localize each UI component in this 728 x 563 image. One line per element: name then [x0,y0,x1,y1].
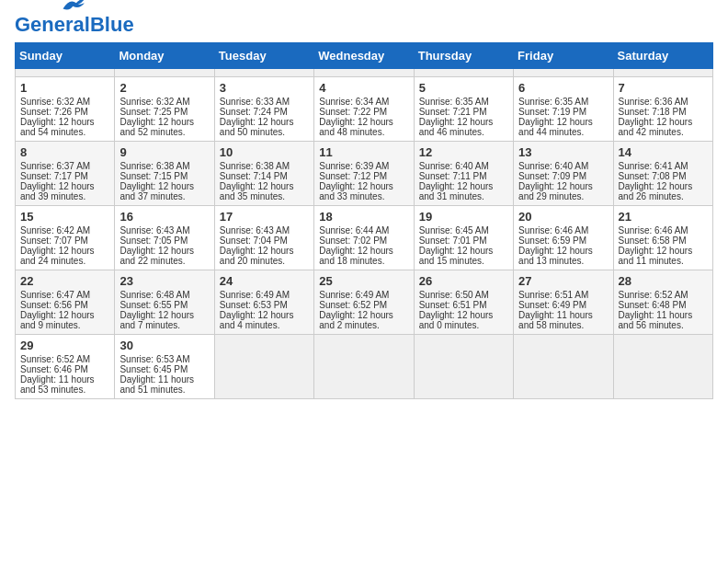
sunset-label: Sunset: 7:01 PM [419,236,487,246]
daylight-label: Daylight: 11 hours [619,310,693,320]
calendar-cell: 23Sunrise: 6:48 AMSunset: 6:55 PMDayligh… [115,270,214,335]
calendar-cell: 5Sunrise: 6:35 AMSunset: 7:21 PMDaylight… [414,77,513,142]
daylight-minutes: and 22 minutes. [119,256,185,266]
daylight-minutes: and 42 minutes. [619,127,684,137]
daylight-label: Daylight: 12 hours [319,310,393,320]
column-header-tuesday: Tuesday [214,43,313,69]
daylight-label: Daylight: 12 hours [419,181,494,191]
calendar-week-row: 29Sunrise: 6:52 AMSunset: 6:46 PMDayligh… [16,335,713,399]
calendar-cell: 27Sunrise: 6:51 AMSunset: 6:49 PMDayligh… [514,270,613,335]
daylight-minutes: and 39 minutes. [20,191,85,201]
daylight-label: Daylight: 12 hours [419,246,494,256]
sunset-label: Sunset: 7:17 PM [20,171,88,181]
sunrise-label: Sunrise: 6:52 AM [619,290,688,300]
sunrise-label: Sunrise: 6:33 AM [220,97,290,107]
calendar-cell: 2Sunrise: 6:32 AMSunset: 7:25 PMDaylight… [115,77,214,142]
calendar-cell: 15Sunrise: 6:42 AMSunset: 7:07 PMDayligh… [16,206,115,270]
daylight-minutes: and 33 minutes. [319,191,384,201]
daylight-minutes: and 18 minutes. [319,256,384,266]
daylight-label: Daylight: 12 hours [20,246,95,256]
daylight-label: Daylight: 12 hours [20,310,95,320]
daylight-label: Daylight: 12 hours [20,117,95,127]
sunset-label: Sunset: 6:55 PM [119,300,188,310]
calendar-cell: 14Sunrise: 6:41 AMSunset: 7:08 PMDayligh… [613,142,712,206]
calendar-cell: 19Sunrise: 6:45 AMSunset: 7:01 PMDayligh… [414,206,513,270]
calendar-cell: 6Sunrise: 6:35 AMSunset: 7:19 PMDaylight… [514,77,613,142]
calendar-cell: 18Sunrise: 6:44 AMSunset: 7:02 PMDayligh… [314,206,414,270]
sunrise-label: Sunrise: 6:37 AM [20,161,90,171]
column-header-friday: Friday [514,43,613,69]
daylight-label: Daylight: 12 hours [419,117,494,127]
calendar-cell [414,69,513,77]
calendar-cell [514,335,613,399]
sunset-label: Sunset: 7:15 PM [119,171,188,181]
sunset-label: Sunset: 7:11 PM [419,171,487,181]
daylight-label: Daylight: 11 hours [518,310,593,320]
sunrise-label: Sunrise: 6:35 AM [518,97,588,107]
sunset-label: Sunset: 6:51 PM [419,300,487,310]
sunrise-label: Sunrise: 6:38 AM [220,161,290,171]
sunset-label: Sunset: 7:18 PM [619,107,687,117]
calendar-cell: 13Sunrise: 6:40 AMSunset: 7:09 PMDayligh… [514,142,613,206]
daylight-minutes: and 15 minutes. [419,256,484,266]
calendar-cell [613,335,712,399]
daylight-label: Daylight: 12 hours [119,310,194,320]
day-number: 19 [419,210,508,224]
day-number: 18 [319,210,408,224]
sunset-label: Sunset: 6:56 PM [20,300,88,310]
sunset-label: Sunset: 6:49 PM [518,300,586,310]
day-number: 10 [220,145,309,159]
daylight-label: Daylight: 12 hours [119,181,194,191]
day-number: 23 [119,274,209,288]
daylight-minutes: and 2 minutes. [319,320,380,330]
sunset-label: Sunset: 6:53 PM [220,300,288,310]
logo-blue: Blue [90,13,134,36]
sunrise-label: Sunrise: 6:49 AM [319,290,389,300]
calendar-cell: 30Sunrise: 6:53 AMSunset: 6:45 PMDayligh… [115,335,214,399]
daylight-minutes: and 52 minutes. [119,127,185,137]
sunrise-label: Sunrise: 6:45 AM [419,225,489,236]
sunrise-label: Sunrise: 6:43 AM [119,225,189,236]
day-number: 17 [220,210,309,224]
day-number: 11 [319,145,408,159]
daylight-label: Daylight: 12 hours [319,117,393,127]
daylight-minutes: and 4 minutes. [220,320,280,330]
calendar-cell: 22Sunrise: 6:47 AMSunset: 6:56 PMDayligh… [16,270,115,335]
sunrise-label: Sunrise: 6:52 AM [20,354,90,364]
daylight-minutes: and 11 minutes. [619,256,684,266]
calendar-cell [314,335,414,399]
sunset-label: Sunset: 7:12 PM [319,171,387,181]
day-number: 9 [119,145,209,159]
daylight-label: Daylight: 12 hours [220,310,294,320]
daylight-label: Daylight: 11 hours [119,374,194,385]
daylight-label: Daylight: 12 hours [220,117,294,127]
calendar-cell: 25Sunrise: 6:49 AMSunset: 6:52 PMDayligh… [314,270,414,335]
sunrise-label: Sunrise: 6:40 AM [518,161,588,171]
daylight-minutes: and 51 minutes. [119,385,185,395]
daylight-label: Daylight: 12 hours [619,181,693,191]
daylight-label: Daylight: 12 hours [220,181,294,191]
sunset-label: Sunset: 7:26 PM [20,107,88,117]
calendar-cell [514,69,613,77]
sunset-label: Sunset: 7:25 PM [119,107,188,117]
daylight-label: Daylight: 11 hours [20,374,95,385]
day-number: 3 [220,81,309,95]
sunrise-label: Sunrise: 6:36 AM [619,97,688,107]
sunset-label: Sunset: 7:04 PM [220,236,288,246]
sunrise-label: Sunrise: 6:32 AM [20,97,90,107]
daylight-minutes: and 20 minutes. [220,256,285,266]
sunset-label: Sunset: 7:08 PM [619,171,687,181]
sunrise-label: Sunrise: 6:46 AM [619,225,688,236]
daylight-minutes: and 58 minutes. [518,320,584,330]
sunset-label: Sunset: 6:46 PM [20,364,88,374]
calendar-cell: 3Sunrise: 6:33 AMSunset: 7:24 PMDaylight… [214,77,313,142]
daylight-label: Daylight: 12 hours [119,246,194,256]
calendar-cell: 11Sunrise: 6:39 AMSunset: 7:12 PMDayligh… [314,142,414,206]
calendar-cell: 9Sunrise: 6:38 AMSunset: 7:15 PMDaylight… [115,142,214,206]
logo-bird-icon [63,0,88,13]
calendar-cell [613,69,712,77]
daylight-minutes: and 46 minutes. [419,127,484,137]
calendar-cell [16,69,115,77]
sunrise-label: Sunrise: 6:48 AM [119,290,189,300]
logo-general: General [15,13,90,36]
